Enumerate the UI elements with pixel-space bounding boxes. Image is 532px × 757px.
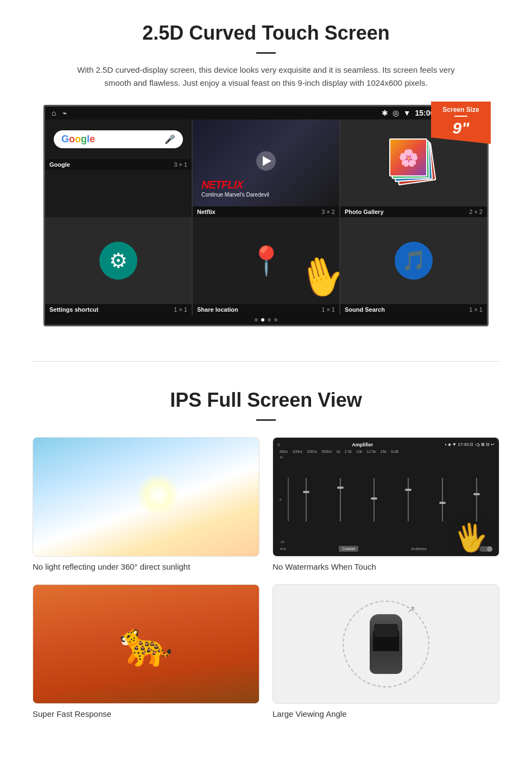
- section-curved: 2.5D Curved Touch Screen With 2.5D curve…: [0, 0, 532, 345]
- pagination-dots: [45, 315, 487, 325]
- feature-cheetah: 🐆 Super Fast Response: [33, 584, 259, 718]
- section-divider: [33, 361, 499, 362]
- badge-label: Screen Size: [439, 106, 483, 113]
- amp-title: Amplifier: [352, 442, 373, 447]
- eq-slider-2[interactable]: [324, 478, 356, 521]
- share-label-bar: Share location 1 × 1: [193, 304, 339, 315]
- watermark-label: No Watermarks When Touch: [273, 562, 499, 571]
- settings-app-cell[interactable]: ⚙ Settings shortcut 1 × 1: [45, 217, 192, 315]
- netflix-subtitle: Continue Marvel's Daredevil: [201, 192, 269, 198]
- pointing-hand-icon: 🤚: [293, 249, 339, 304]
- touch-hand-icon: 🖐: [452, 519, 490, 556]
- slider-handle-5[interactable]: [439, 502, 446, 504]
- slider-handle-4[interactable]: [405, 489, 411, 491]
- mic-icon[interactable]: 🎤: [164, 134, 175, 144]
- dot-2-active: [261, 318, 264, 321]
- flower-icon: 🌸: [398, 148, 419, 167]
- share-display: 📍 🤚: [193, 217, 339, 304]
- sound-label-bar: Sound Search 1 × 1: [340, 304, 487, 315]
- photo-card-4: 🌸: [389, 138, 427, 176]
- eq-slider-3[interactable]: [358, 478, 390, 521]
- music-note-icon: 🎵: [402, 249, 426, 272]
- home-icon[interactable]: ⌂: [52, 109, 56, 117]
- device-screen: ⌂ ⌁ ✱ ◎ ▼ 15:06 ⊡ ◁) ⊠ ▭: [43, 105, 489, 326]
- amp-nav-left: ⊲⊲: [280, 547, 286, 551]
- car-bg: ↗: [273, 585, 499, 703]
- google-dims: 3 × 1: [174, 161, 187, 168]
- ips-divider: [256, 419, 276, 421]
- feature-grid: No light reflecting under 360° direct su…: [33, 437, 499, 718]
- car-angle-arrow: ↗: [407, 603, 415, 615]
- car-body: [370, 614, 402, 674]
- car-image: ↗: [273, 584, 499, 704]
- feature-sunlight: No light reflecting under 360° direct su…: [33, 437, 259, 571]
- share-app-name: Share location: [197, 306, 238, 313]
- amp-y-axis: 100-10: [280, 456, 287, 544]
- cheetah-image: 🐆: [33, 584, 259, 704]
- eq-slider-4[interactable]: [392, 478, 425, 521]
- amplifier-screen: ⌂ Amplifier ▪ ◈ ▼ 17:33 ⊡ ◁) ⊠ ⊟ ↩ 60hz1…: [273, 438, 499, 556]
- eq-slider-1[interactable]: [290, 478, 322, 521]
- dot-3: [268, 318, 271, 321]
- section1-title: 2.5D Curved Touch Screen: [33, 22, 499, 45]
- eq-slider-5[interactable]: [427, 478, 459, 521]
- maps-icon-area: 📍: [249, 244, 284, 277]
- netflix-logo: NETFLIX: [201, 179, 243, 191]
- car-windshield: [374, 624, 398, 637]
- google-search-area: Google 🎤: [45, 119, 192, 159]
- netflix-label-bar: Netflix 3 × 2: [193, 206, 339, 217]
- dot-1: [255, 318, 258, 321]
- slider-handle[interactable]: [303, 491, 309, 493]
- gallery-dims: 2 × 2: [469, 209, 483, 215]
- cheetah-icon: 🐆: [119, 619, 173, 670]
- cheetah-label: Super Fast Response: [33, 709, 259, 718]
- car-circle: ↗: [343, 601, 429, 687]
- amp-home-icon: ⌂: [277, 442, 280, 447]
- car-label: Large Viewing Angle: [273, 709, 499, 718]
- netflix-app-cell[interactable]: NETFLIX Continue Marvel's Daredevil Netf…: [193, 119, 339, 217]
- screen-size-badge: Screen Size 9": [431, 102, 491, 144]
- sound-display: 🎵: [340, 217, 487, 304]
- feature-car: ↗ Large Viewing Angle: [273, 584, 499, 718]
- play-arrow-icon: [263, 156, 271, 166]
- netflix-dims: 3 × 2: [321, 209, 335, 215]
- app-grid-row1: Google 🎤 Google 3 × 1: [45, 119, 487, 217]
- cheetah-bg: 🐆: [33, 585, 259, 703]
- google-logo: Google: [61, 134, 95, 145]
- amp-status: ▪ ◈ ▼ 17:33 ⊡ ◁) ⊠ ⊟ ↩: [445, 442, 495, 447]
- device-mockup: Screen Size 9" ⌂ ⌁ ✱ ◎ ▼ 15:06 ⊡ ◁) ⊠: [43, 105, 489, 326]
- eq-slider-6[interactable]: [460, 478, 492, 521]
- custom-preset-button[interactable]: Custom: [339, 546, 358, 552]
- gallery-app-name: Photo Gallery: [345, 209, 384, 215]
- netflix-app-name: Netflix: [197, 209, 216, 215]
- slider-handle-6[interactable]: [473, 493, 480, 495]
- google-search-bar[interactable]: Google 🎤: [54, 130, 183, 148]
- section1-description: With 2.5D curved-display screen, this de…: [76, 64, 456, 90]
- wifi-icon: ▼: [403, 109, 411, 117]
- sunlight-label: No light reflecting under 360° direct su…: [33, 562, 259, 571]
- google-app-cell[interactable]: Google 🎤 Google 3 × 1: [45, 119, 192, 217]
- gear-icon: ⚙: [109, 249, 128, 273]
- google-label-bar: Google 3 × 1: [45, 159, 192, 170]
- car-top-view: ↗: [370, 614, 402, 674]
- sound-app-cell[interactable]: 🎵 Sound Search 1 × 1: [340, 217, 487, 315]
- amp-header: ⌂ Amplifier ▪ ◈ ▼ 17:33 ⊡ ◁) ⊠ ⊟ ↩: [277, 442, 495, 447]
- app-grid-row2: ⚙ Settings shortcut 1 × 1 📍: [45, 217, 487, 315]
- netflix-play-button[interactable]: [256, 151, 276, 171]
- slider-handle-2[interactable]: [337, 487, 344, 489]
- amplifier-image: ⌂ Amplifier ▪ ◈ ▼ 17:33 ⊡ ◁) ⊠ ⊟ ↩ 60hz1…: [273, 437, 499, 557]
- sound-icon-circle: 🎵: [395, 242, 433, 280]
- share-app-cell[interactable]: 📍 🤚 Share location 1 × 1: [193, 217, 339, 315]
- status-bar-left: ⌂ ⌁: [52, 109, 67, 117]
- photo-stack: 🌸: [389, 138, 438, 187]
- settings-display: ⚙: [45, 217, 192, 304]
- badge-divider: [454, 116, 467, 117]
- settings-icon-circle: ⚙: [99, 242, 137, 280]
- sun-glow: [136, 473, 180, 516]
- bluetooth-icon: ✱: [382, 109, 388, 117]
- sound-dims: 1 × 1: [469, 306, 483, 313]
- slider-handle-3[interactable]: [371, 497, 377, 500]
- badge-size: 9": [453, 119, 470, 137]
- location-icon: ◎: [392, 109, 399, 117]
- eq-sliders: [290, 478, 492, 521]
